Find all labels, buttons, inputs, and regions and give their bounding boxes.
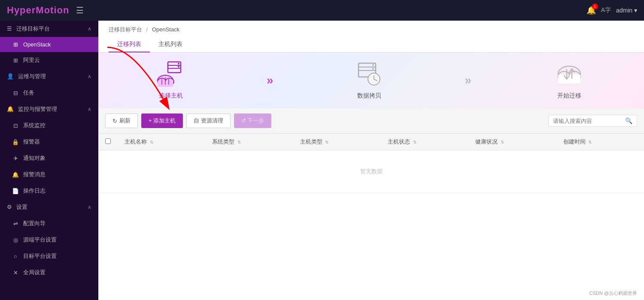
menu-toggle-icon[interactable]: ☰ [76, 5, 84, 15]
language-switcher[interactable]: A字 [601, 6, 611, 14]
sidebar-section-ops-label: 👤 运维与管理 [7, 73, 46, 80]
sidebar-section-settings-label: ⚙ 设置 [7, 203, 27, 211]
tab-migration-list[interactable]: 迁移列表 [109, 37, 150, 52]
next-step-button[interactable]: ↺ 下一步 [234, 113, 272, 128]
workflow-step-1: 选择主机 [156, 61, 186, 100]
sidebar-section-ops-collapse: ∧ [88, 73, 91, 80]
sidebar-item-aliyun-label: 阿里云 [23, 56, 40, 64]
source-icon: ◎ [12, 237, 19, 243]
step3-label: 开始迁移 [557, 92, 581, 100]
notification-badge: 1 [592, 3, 598, 9]
col-host-type-sort-icon[interactable]: ⇅ [325, 140, 328, 144]
tasks-icon: ⊟ [12, 90, 19, 96]
svg-point-3 [178, 63, 179, 64]
sidebar-item-alertmsg-label: 报警消息 [23, 171, 46, 178]
clean-resources-button[interactable]: 自 资源清理 [186, 113, 231, 128]
workflow-banner: 选择主机 » [98, 52, 644, 108]
logo-part1: Hyper [7, 5, 36, 15]
sidebar-section-ops[interactable]: 👤 运维与管理 ∧ [0, 68, 98, 85]
sidebar-item-sysmonitor[interactable]: ⊡ 系统监控 [0, 117, 98, 134]
sidebar-item-oplog[interactable]: 📄 操作日志 [0, 183, 98, 199]
refresh-label: 刷新 [119, 117, 131, 125]
svg-point-4 [178, 66, 179, 67]
oplog-icon: 📄 [12, 188, 19, 194]
refresh-button[interactable]: ↻ 刷新 [105, 113, 138, 128]
workflow-step-3: 开始迁移 [552, 61, 586, 100]
workflow-arrow-1: » [267, 73, 273, 87]
step2-label: 数据拷贝 [357, 92, 381, 100]
step2-svg-icon [354, 61, 384, 87]
sidebar-item-source[interactable]: ◎ 源端平台设置 [0, 232, 98, 248]
notify-icon: ✈ [12, 155, 19, 162]
user-menu[interactable]: admin ▾ [616, 7, 637, 14]
sidebar-item-tasks[interactable]: ⊟ 任务 [0, 85, 98, 101]
step1-svg-icon [156, 61, 186, 87]
col-status-sort-icon[interactable]: ⇅ [413, 140, 416, 144]
sidebar-item-tasks-label: 任务 [23, 89, 34, 97]
sidebar-item-source-label: 源端平台设置 [23, 236, 57, 244]
table-area: 主机名称 ⇅ 系统类型 ⇅ 主机类型 ⇅ 主机状态 [98, 134, 644, 300]
sidebar-section-migration[interactable]: ☰ 迁移目标平台 ∧ [0, 21, 98, 37]
step2-icon-container [354, 61, 384, 89]
global-icon: ✕ [12, 269, 19, 276]
sidebar-section-migration-label: ☰ 迁移目标平台 [7, 25, 50, 33]
col-sys-type-sort-icon[interactable]: ⇅ [237, 140, 241, 144]
select-all-checkbox[interactable] [105, 138, 111, 144]
col-created-sort-icon[interactable]: ⇅ [588, 140, 592, 144]
table-col-sys-type: 系统类型 ⇅ [205, 134, 293, 150]
sidebar-item-target-label: 目标平台设置 [23, 252, 57, 260]
notifications-bell[interactable]: 🔔 1 [586, 6, 596, 15]
step1-label: 选择主机 [159, 92, 183, 100]
next-step-label: ↺ 下一步 [241, 117, 264, 125]
svg-point-15 [372, 64, 374, 66]
sidebar-item-alerter[interactable]: 🔒 报警器 [0, 134, 98, 150]
col-health-sort-icon[interactable]: ⇅ [501, 140, 504, 144]
add-host-label: + 添加主机 [149, 117, 176, 125]
aliyun-icon: ⊞ [12, 57, 19, 64]
breadcrumb: 迁移目标平台 / OpenStack [109, 26, 634, 34]
empty-text: 暂无数据 [360, 168, 383, 174]
sidebar-item-openstack-label: OpenStack [23, 41, 51, 48]
sidebar-item-global[interactable]: ✕ 全局设置 [0, 264, 98, 281]
sysmonitor-icon: ⊡ [12, 122, 19, 129]
sidebar-item-aliyun[interactable]: ⊞ 阿里云 [0, 52, 98, 68]
step3-svg-icon [552, 61, 586, 87]
content-header: 迁移目标平台 / OpenStack 迁移列表 主机列表 [98, 21, 644, 52]
topbar-left: HyperMotion ☰ [7, 5, 84, 16]
col-name-sort-icon[interactable]: ⇅ [150, 140, 153, 144]
sidebar: ☰ 迁移目标平台 ∧ ⊞ OpenStack ⊞ 阿里云 👤 运维与管理 ∧ ⊟… [0, 21, 98, 300]
search-input[interactable] [553, 118, 625, 124]
sidebar-section-settings[interactable]: ⚙ 设置 ∧ [0, 199, 98, 215]
sidebar-item-config[interactable]: ⇌ 配置向导 [0, 215, 98, 232]
table-header-row: 主机名称 ⇅ 系统类型 ⇅ 主机类型 ⇅ 主机状态 [98, 134, 644, 150]
breadcrumb-current: OpenStack [152, 26, 179, 33]
sidebar-section-monitor[interactable]: 🔔 监控与报警管理 ∧ [0, 101, 98, 117]
target-icon: ○ [12, 253, 19, 260]
sidebar-section-monitor-collapse: ∧ [88, 106, 91, 112]
table-col-health: 健康状况 ⇅ [468, 134, 556, 150]
search-box: 🔍 [548, 115, 637, 127]
sidebar-item-openstack[interactable]: ⊞ OpenStack [0, 37, 98, 52]
add-host-button[interactable]: + 添加主机 [141, 113, 183, 128]
logo-part2: Motion [36, 5, 69, 15]
sidebar-item-alertmsg[interactable]: 🔔 报警消息 [0, 166, 98, 183]
sidebar-item-target[interactable]: ○ 目标平台设置 [0, 248, 98, 264]
table-col-host-type: 主机类型 ⇅ [293, 134, 381, 150]
sidebar-section-monitor-label: 🔔 监控与报警管理 [7, 105, 57, 113]
search-icon: 🔍 [625, 117, 632, 124]
svg-point-16 [372, 68, 374, 70]
hosts-table: 主机名称 ⇅ 系统类型 ⇅ 主机类型 ⇅ 主机状态 [98, 134, 644, 193]
watermark: CSDN @云心鹤观世界 [589, 290, 637, 297]
step3-icon-container [552, 61, 586, 89]
clean-resources-label: 自 资源清理 [194, 117, 223, 125]
refresh-icon: ↻ [112, 118, 117, 124]
table-col-created: 创建时间 ⇅ [556, 134, 644, 150]
config-icon: ⇌ [12, 220, 19, 227]
tab-host-list[interactable]: 主机列表 [150, 37, 191, 52]
sidebar-section-settings-collapse: ∧ [88, 204, 91, 210]
content-area: 迁移目标平台 / OpenStack 迁移列表 主机列表 [98, 21, 644, 300]
sidebar-section-migration-collapse: ∧ [88, 26, 91, 32]
sidebar-item-notify[interactable]: ✈ 通知对象 [0, 150, 98, 166]
sidebar-item-global-label: 全局设置 [23, 269, 46, 276]
main-layout: ☰ 迁移目标平台 ∧ ⊞ OpenStack ⊞ 阿里云 👤 运维与管理 ∧ ⊟… [0, 21, 644, 300]
